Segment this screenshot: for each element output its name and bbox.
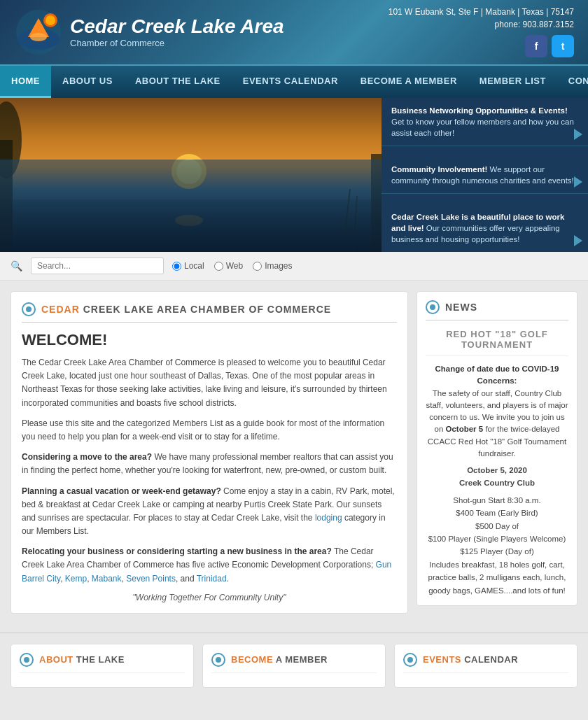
svg-point-8 [176,159,202,184]
phone-label: phone: [495,20,521,29]
hero-card-1-text: Business Networking Opportunities & Even… [391,105,578,139]
para-5: Relocating your business or considering … [22,545,397,586]
svg-line-13 [343,189,350,252]
footer-icon-2 [211,653,225,667]
svg-point-3 [30,33,47,41]
footer-rest-3: CALENDAR [461,654,518,665]
logo-icon [14,8,63,57]
search-input[interactable] [31,257,164,274]
quote: "Working Together For Community Unity" [22,593,397,602]
footer-highlight-2: BECOME [231,654,273,665]
news-section-icon [426,300,440,314]
logo-main-title: Cedar Creek Lake Area [70,16,284,38]
nav-about-lake[interactable]: ABOUT THE LAKE [124,66,232,98]
hero-arrow-3 [574,235,582,246]
main-nav: HOME ABOUT US ABOUT THE LAKE EVENTS CALE… [0,64,588,98]
left-panel: CEDAR CREEK LAKE AREA CHAMBER OF COMMERC… [10,291,408,622]
hero-card-3: Cedar Creek Lake is a beautiful place to… [382,204,588,252]
news-heading: Change of date due to COVID-19 Concerns: [426,363,568,388]
footer-become-member-header: BECOME A MEMBER [211,653,377,673]
search-option-local[interactable]: Local [172,261,204,271]
svg-point-15 [175,215,203,226]
footer-title-2: BECOME A MEMBER [231,654,328,665]
news-box: NEWS RED HOT "18" GOLF TOURNAMENT Change… [416,291,578,606]
hero-arrow-1 [574,129,582,140]
footer-highlight-3: EVENTS [423,654,461,665]
para-3: Considering a move to the area? We have … [22,451,397,477]
header-address: 101 W Eubank St, Ste F | Mabank | Texas … [388,7,574,17]
news-section-header: NEWS [426,300,568,320]
svg-rect-6 [0,98,382,252]
phone-number: 903.887.3152 [523,20,574,29]
seven-points-link[interactable]: Seven Points [126,574,176,584]
svg-point-7 [172,154,206,189]
title-highlight: CEDAR [41,304,80,315]
footer-become-member: BECOME A MEMBER [202,644,386,688]
lodging-link[interactable]: lodging [315,513,342,523]
svg-point-5 [46,15,55,25]
trinidad-link[interactable]: Trinidad [197,574,227,584]
hero-arrow-2 [574,176,582,188]
svg-rect-9 [0,199,382,252]
search-option-images[interactable]: Images [253,261,292,271]
footer-sections: ABOUT THE LAKE BECOME A MEMBER EVENTS CA… [0,633,588,698]
twitter-button[interactable]: t [552,35,574,57]
hero-card-2-text: Community Involvement! We support our co… [391,164,578,186]
search-option-web[interactable]: Web [214,261,243,271]
search-options: Local Web Images [172,261,293,271]
footer-about-lake: ABOUT THE LAKE [10,644,194,688]
hero-cards: Business Networking Opportunities & Even… [382,98,588,252]
para-2: Please use this site and the categorized… [22,417,397,444]
svg-rect-12 [371,154,382,252]
nav-events[interactable]: EVENTS CALENDAR [232,66,349,98]
hero-image [0,98,382,252]
nav-become-member[interactable]: BECOME A MEMBER [349,66,468,98]
news-event-title: RED HOT "18" GOLF TOURNAMENT [426,329,568,356]
news-date: October 5, 2020Creek Country Club [426,464,568,490]
svg-line-14 [354,196,357,252]
footer-rest-1: THE LAKE [74,654,125,665]
mabank-link[interactable]: Mabank [92,574,122,584]
section-icon [22,302,36,316]
news-body: The safety of our staff, Country Club st… [426,388,568,460]
facebook-button[interactable]: f [525,35,547,57]
social-icons: f t [388,35,574,57]
footer-title-1: ABOUT THE LAKE [39,654,125,665]
footer-events-calendar: EVENTS CALENDAR [394,644,578,688]
search-bar: 🔍 Local Web Images [0,252,588,281]
nav-member-list[interactable]: MEMBER LIST [468,66,557,98]
footer-icon-1 [20,653,34,667]
logo-sub-title: Chamber of Commerce [70,38,284,48]
header-phone: phone: 903.887.3152 [388,20,574,29]
footer-highlight-1: ABOUT [39,654,74,665]
footer-events-header: EVENTS CALENDAR [403,653,568,673]
hero-card-2: Community Involvement! We support our co… [382,157,588,194]
nav-about-us[interactable]: ABOUT US [51,66,124,98]
header-contact: 101 W Eubank St, Ste F | Mabank | Texas … [388,7,574,57]
welcome-box: CEDAR CREEK LAKE AREA CHAMBER OF COMMERC… [10,291,408,614]
hero-card-3-text: Cedar Creek Lake is a beautiful place to… [391,211,578,245]
logo-text: Cedar Creek Lake Area Chamber of Commerc… [70,16,284,48]
site-header: Cedar Creek Lake Area Chamber of Commerc… [0,0,588,64]
footer-title-3: EVENTS CALENDAR [423,654,518,665]
para-4: Planning a casual vacation or week-end g… [22,485,397,539]
main-content: CEDAR CREEK LAKE AREA CHAMBER OF COMMERC… [0,281,588,633]
news-title: NEWS [445,302,477,313]
news-details: Shot-gun Start 8:30 a.m.$400 Team (Early… [426,494,568,597]
section-header-chamber: CEDAR CREEK LAKE AREA CHAMBER OF COMMERC… [22,302,397,323]
hero-section: Business Networking Opportunities & Even… [0,98,588,252]
welcome-title: WELCOME! [22,331,397,349]
footer-icon-3 [403,653,417,667]
search-icon: 🔍 [10,260,22,271]
section-title-chamber: CEDAR CREEK LAKE AREA CHAMBER OF COMMERC… [41,304,331,315]
nav-home[interactable]: HOME [0,66,51,98]
logo-area: Cedar Creek Lake Area Chamber of Commerc… [14,8,284,57]
footer-about-lake-header: ABOUT THE LAKE [20,653,185,673]
kemp-link[interactable]: Kemp [65,574,87,584]
para-1: The Cedar Creek Lake Area Chamber of Com… [22,356,397,410]
hero-card-1: Business Networking Opportunities & Even… [382,98,588,146]
title-rest: CREEK LAKE AREA CHAMBER OF COMMERCE [80,304,331,315]
right-panel: NEWS RED HOT "18" GOLF TOURNAMENT Change… [416,291,578,622]
nav-contact[interactable]: CONTACT US [557,66,588,98]
footer-rest-2: A MEMBER [273,654,328,665]
